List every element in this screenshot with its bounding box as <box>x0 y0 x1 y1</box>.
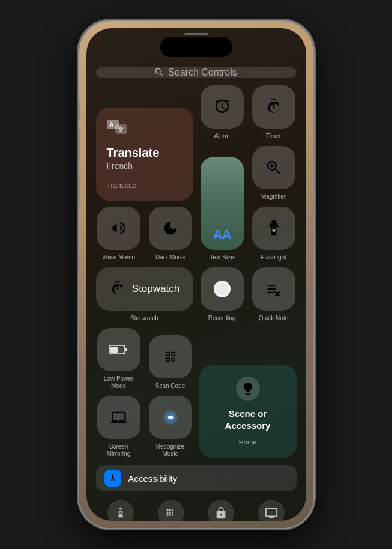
scene-subtitle: Home <box>239 438 256 446</box>
screenmirror-control[interactable]: Screen Mirroring <box>96 396 142 458</box>
flashlight-button[interactable] <box>252 207 295 250</box>
volume-up-button <box>79 129 80 165</box>
translate-icon: A 文 <box>107 118 128 135</box>
tv-nav-icon[interactable] <box>258 500 285 521</box>
lock-nav-icon[interactable] <box>208 500 234 521</box>
alarm-control[interactable]: Alarm <box>199 85 245 140</box>
translate-subtitle: French <box>107 161 160 171</box>
darkmode-control[interactable]: Dark Mode <box>148 207 193 261</box>
svg-point-7 <box>272 229 275 232</box>
svg-point-14 <box>119 508 122 510</box>
nav-bar <box>96 496 297 521</box>
darkmode-label: Dark Mode <box>155 254 185 261</box>
flashlight-control[interactable]: Flashlight <box>251 207 297 261</box>
textsize-control[interactable]: AA Text Size <box>199 146 245 261</box>
mute-button <box>79 99 80 120</box>
translate-footer: Translate <box>107 181 137 190</box>
svg-point-13 <box>169 416 172 419</box>
recording-dot <box>214 281 231 297</box>
voicememo-button[interactable] <box>97 207 140 250</box>
lowpower-label: Low Power Mode <box>104 375 133 390</box>
stopwatch-button[interactable]: Stopwatch <box>96 267 193 311</box>
music-button[interactable] <box>149 396 192 439</box>
power-button <box>313 123 313 177</box>
music-control[interactable]: Recognize Music <box>148 396 193 458</box>
controls-grid: A 文 Translate French Translate <box>96 85 297 458</box>
stopwatch-label: Stopwatch <box>130 315 158 322</box>
textsize-label: Text Size <box>210 254 234 261</box>
screen-content: Search Controls A 文 <box>86 28 306 521</box>
translate-title: Translate <box>107 146 160 160</box>
stopwatch-control[interactable]: Stopwatch Stopwatch <box>96 267 193 322</box>
scancode-button[interactable] <box>149 335 192 378</box>
voicememo-control[interactable]: Voice Memo <box>96 207 142 261</box>
quicknote-label: Quick Note <box>259 315 288 322</box>
flashlight-label: Flashlight <box>261 254 286 261</box>
quicknote-control[interactable]: Quick Note <box>251 267 297 322</box>
voicememo-label: Voice Memo <box>102 254 135 261</box>
accessibility-icon <box>104 470 121 487</box>
alarm-button[interactable] <box>201 85 244 129</box>
phone-frame: Search Controls A 文 <box>79 21 313 528</box>
grid-nav-icon[interactable] <box>158 500 184 521</box>
recording-button[interactable] <box>201 267 244 311</box>
timer-label: Timer <box>266 133 281 140</box>
translate-button[interactable]: A 文 Translate French Translate <box>96 108 193 201</box>
phone-screen: Search Controls A 文 <box>86 28 306 521</box>
bottom-section: Accessibility <box>96 465 297 521</box>
search-icon <box>155 68 163 78</box>
screenmirror-label: Screen Mirroring <box>107 443 130 458</box>
search-placeholder: Search Controls <box>168 67 237 78</box>
darkmode-button[interactable] <box>149 207 192 250</box>
scene-title: Scene or Accessory <box>225 408 271 431</box>
magnifier-button[interactable] <box>252 146 295 189</box>
music-label: Recognize Music <box>156 443 184 458</box>
stopwatch-title: Stopwatch <box>132 283 179 295</box>
svg-marker-5 <box>269 223 279 227</box>
alarm-label: Alarm <box>214 133 229 140</box>
recording-control[interactable]: Recording <box>199 267 245 322</box>
recording-label: Recording <box>208 315 236 322</box>
scene-control[interactable]: Scene or Accessory Home <box>199 328 297 458</box>
timer-control[interactable]: Timer <box>251 85 297 140</box>
volume-down-button <box>79 171 80 207</box>
timer-button[interactable] <box>252 85 295 129</box>
accessibility-nav-icon[interactable] <box>107 500 134 521</box>
accessibility-bar[interactable]: Accessibility <box>96 465 297 491</box>
scene-button[interactable]: Scene or Accessory Home <box>199 365 297 458</box>
svg-rect-10 <box>110 347 118 353</box>
scancode-label: Scan Code <box>155 383 185 390</box>
accessibility-label: Accessibility <box>128 473 178 484</box>
quicknote-button[interactable] <box>252 267 295 311</box>
svg-rect-9 <box>125 348 127 351</box>
scene-text: Scene or Accessory <box>225 408 271 431</box>
screenmirror-button[interactable] <box>97 396 140 439</box>
translate-control[interactable]: A 文 Translate French Translate <box>96 85 193 201</box>
textsize-aa: AA <box>213 227 231 243</box>
svg-text:文: 文 <box>118 126 124 133</box>
lowpower-button[interactable] <box>97 328 140 371</box>
svg-text:A: A <box>109 121 113 128</box>
textsize-button[interactable]: AA <box>201 157 244 250</box>
scene-bulb-icon <box>236 377 260 401</box>
magnifier-control[interactable]: Magnifier <box>251 146 297 201</box>
scancode-control[interactable]: Scan Code <box>148 328 193 390</box>
magnifier-label: Magnifier <box>261 193 286 201</box>
lowpower-control[interactable]: Low Power Mode <box>96 328 142 390</box>
search-bar[interactable]: Search Controls <box>96 67 297 78</box>
dynamic-island <box>160 37 232 57</box>
svg-rect-4 <box>271 220 276 223</box>
translate-text: Translate French <box>107 146 160 171</box>
